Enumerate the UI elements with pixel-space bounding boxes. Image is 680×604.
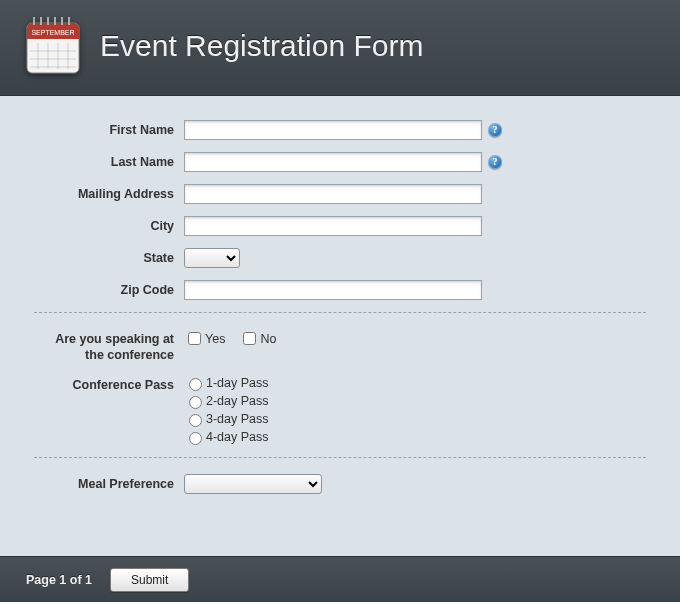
footer-bar: Page 1 of 1 Submit [0,556,680,602]
label-city: City [34,216,184,235]
last-name-field[interactable] [184,152,482,172]
pass-radio-4[interactable] [189,432,202,445]
pass-option-3[interactable]: 3-day Pass [184,411,269,427]
speaking-yes-option[interactable]: Yes [184,329,225,348]
help-icon[interactable]: ? [488,155,502,169]
submit-button[interactable]: Submit [110,568,189,592]
first-name-field[interactable] [184,120,482,140]
meal-preference-select[interactable] [184,474,322,494]
label-speaking: Are you speaking at the conference [34,329,184,363]
calendar-icon: SEPTEMBER [24,15,82,77]
option-label: 4-day Pass [206,430,269,444]
svg-text:SEPTEMBER: SEPTEMBER [31,29,74,36]
speaking-no-option[interactable]: No [239,329,276,348]
page-title: Event Registration Form [100,29,423,63]
mailing-address-field[interactable] [184,184,482,204]
pass-option-1[interactable]: 1-day Pass [184,375,269,391]
pass-radio-2[interactable] [189,396,202,409]
option-label: 3-day Pass [206,412,269,426]
help-icon[interactable]: ? [488,123,502,137]
divider [34,457,646,458]
label-first-name: First Name [34,120,184,139]
state-select[interactable] [184,248,240,268]
speaking-no-checkbox[interactable] [243,332,256,345]
option-label: 2-day Pass [206,394,269,408]
pass-radio-1[interactable] [189,378,202,391]
option-label: No [260,332,276,346]
option-label: 1-day Pass [206,376,269,390]
divider [34,312,646,313]
city-field[interactable] [184,216,482,236]
label-conference-pass: Conference Pass [34,375,184,394]
page-indicator: Page 1 of 1 [26,573,92,587]
label-zip-code: Zip Code [34,280,184,299]
option-label: Yes [205,332,225,346]
speaking-yes-checkbox[interactable] [188,332,201,345]
pass-radio-3[interactable] [189,414,202,427]
label-state: State [34,248,184,267]
label-mailing-address: Mailing Address [34,184,184,203]
form-body: First Name ? Last Name ? Mailing Address… [0,96,680,556]
zip-code-field[interactable] [184,280,482,300]
header-bar: SEPTEMBER Event Registration Form [0,0,680,96]
label-meal-preference: Meal Preference [34,474,184,493]
pass-option-4[interactable]: 4-day Pass [184,429,269,445]
pass-option-2[interactable]: 2-day Pass [184,393,269,409]
label-last-name: Last Name [34,152,184,171]
